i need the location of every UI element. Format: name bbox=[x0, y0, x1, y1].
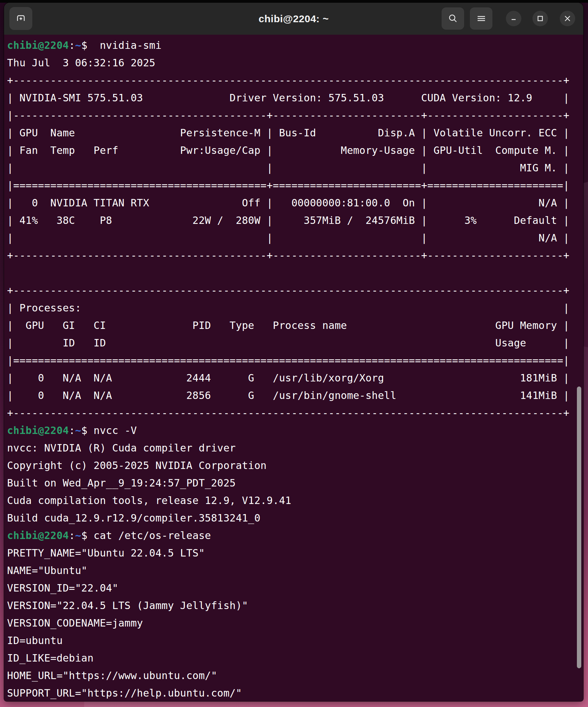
terminal-viewport[interactable]: chibi@2204:~$ nvidia-smi Thu Jul 3 06:32… bbox=[4, 35, 583, 701]
new-tab-button[interactable] bbox=[9, 7, 32, 30]
screen-top-strip bbox=[0, 0, 588, 3]
maximize-button[interactable] bbox=[532, 11, 548, 26]
search-icon bbox=[448, 13, 458, 24]
minimize-button[interactable] bbox=[506, 11, 521, 26]
close-icon bbox=[563, 14, 572, 23]
menu-button[interactable] bbox=[470, 7, 492, 30]
maximize-icon bbox=[536, 14, 545, 23]
hamburger-menu-icon bbox=[476, 13, 486, 24]
terminal-output: chibi@2204:~$ nvidia-smi Thu Jul 3 06:32… bbox=[4, 35, 583, 701]
search-button[interactable] bbox=[442, 7, 464, 30]
minimize-icon bbox=[509, 14, 518, 23]
scrollbar-thumb[interactable] bbox=[577, 386, 581, 668]
terminal-window: chibi@2204: ~ bbox=[4, 3, 583, 701]
close-button[interactable] bbox=[560, 11, 575, 26]
new-tab-icon bbox=[16, 13, 26, 24]
window-title: chibi@2204: ~ bbox=[4, 3, 583, 35]
titlebar[interactable]: chibi@2204: ~ bbox=[4, 3, 583, 35]
